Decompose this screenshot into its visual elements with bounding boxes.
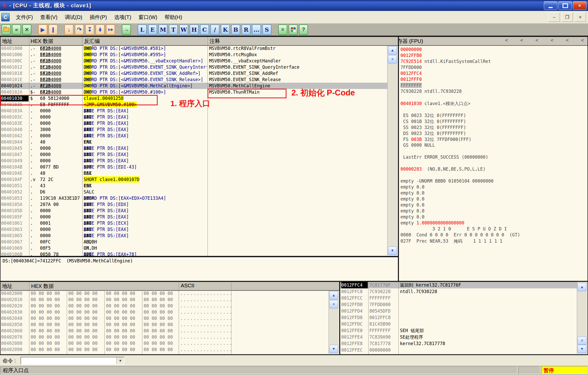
stack-row[interactable]: 0012FFD07FFDD000	[340, 301, 578, 308]
menu-item-查看[interactable]: 查看(V)	[37, 12, 61, 22]
register-line[interactable]	[400, 160, 587, 166]
dump-row[interactable]: 0040205000 00 00 0000 00 00 0000 00 00 0…	[1, 321, 329, 328]
close-process-button[interactable]: ✕	[22, 24, 31, 35]
pause-button[interactable]: ∥	[49, 24, 58, 35]
cpu-window-icon[interactable]: C	[1, 13, 10, 21]
disasm-row[interactable]: 00401012.-FF25 5C304000JMP DWORD PTR DS:…	[1, 64, 387, 70]
disasm-row[interactable]: 00401040.3000XOR BYTE PTR DS:[EAX],AL	[1, 126, 387, 133]
register-line[interactable]: 3 2 1 0 E S P U O Z D I	[400, 226, 587, 232]
register-line[interactable]: empty 0.0	[400, 190, 587, 196]
stack-row[interactable]: 0012FFEC00000000	[340, 347, 578, 353]
disasm-row[interactable]: 0040104E.48DEC EAX	[1, 170, 387, 176]
collapse-chevron-icon[interactable]: <	[520, 38, 523, 43]
collapse-chevron-icon[interactable]: <	[536, 38, 538, 43]
animate-over-button[interactable]: ↡	[96, 24, 105, 35]
windows-list-button[interactable]: ≡	[278, 24, 287, 35]
stack-row[interactable]: 0012FFE87C817778kernel32.7C817778	[340, 340, 578, 347]
view-source-button[interactable]: S	[262, 24, 271, 35]
register-line[interactable]: 7C930228 ntdll.7C930228	[400, 89, 587, 95]
maximize-button[interactable]	[558, 1, 572, 10]
register-line[interactable]: empty -UNORM BBB0 01050104 00000000	[400, 178, 587, 184]
menu-item-选项[interactable]: 选项(T)	[111, 12, 135, 22]
register-line[interactable]: empty 0.0	[400, 184, 587, 190]
registers-listing[interactable]: 000000000012FFB07C92E514 ntdll.KiFastSys…	[400, 47, 587, 281]
view-references-button[interactable]: R	[242, 24, 251, 35]
register-line[interactable]: empty 0.0	[400, 196, 587, 202]
disasm-row[interactable]: 00401061.0001ADD BYTE PTR DS:[ECX],AL	[1, 220, 387, 226]
view-threads-button[interactable]: T	[169, 24, 178, 35]
command-input[interactable]: ▼	[21, 357, 124, 365]
disasm-row[interactable]: 00401063.0000ADD BYTE PTR DS:[EAX],AL	[1, 226, 387, 232]
collapse-chevron-icon[interactable]: <	[566, 38, 569, 43]
dump-row[interactable]: 0040202000 00 00 0000 00 00 0000 00 00 0…	[1, 303, 329, 309]
register-line[interactable]: 00000000	[400, 47, 587, 53]
disasm-row[interactable]: 0040101E.-FF25 58304000JMP DWORD PTR DS:…	[1, 76, 387, 83]
disasm-row[interactable]: 0040105D.0000ADD BYTE PTR DS:[EAX],AL	[1, 208, 387, 214]
execute-till-return-button[interactable]: ↦	[106, 24, 115, 35]
collapse-chevron-icon[interactable]: <	[581, 38, 584, 43]
scroll-thumb[interactable]: ≡	[329, 300, 338, 308]
view-memory-button[interactable]: M	[158, 24, 168, 35]
register-line[interactable]	[400, 95, 587, 101]
step-over-button[interactable]: ↷	[75, 24, 84, 35]
disasm-row[interactable]: 0040104F.v72 2CJB SHORT clave1.0040107D	[1, 176, 387, 183]
scroll-thumb[interactable]: ≡	[578, 337, 586, 345]
help-button[interactable]: ?	[299, 24, 308, 35]
collapse-chevron-icon[interactable]: <	[551, 38, 553, 43]
close-button[interactable]: ×	[573, 1, 586, 10]
stack-row[interactable]: 0012FFD80012FFC8	[340, 314, 578, 321]
dump-row[interactable]: 0040203000 00 00 0000 00 00 0000 00 00 0…	[1, 309, 329, 315]
dump-row[interactable]: 0040201000 00 00 0000 00 00 0000 00 00 0…	[1, 296, 329, 303]
minimize-button[interactable]	[544, 1, 557, 10]
scroll-up-icon[interactable]: ▲	[329, 291, 338, 300]
disasm-row[interactable]: 00401018.-FF25 54304000JMP DWORD PTR DS:…	[1, 70, 387, 76]
menu-item-窗口[interactable]: 窗口(W)	[135, 12, 161, 22]
disasm-row[interactable]: 00401044.40INC EAX	[1, 139, 387, 145]
open-file-button[interactable]	[2, 24, 11, 35]
disasm-row[interactable]: 00401051.43INC EBX	[1, 183, 387, 189]
register-line[interactable]: empty 0.0	[400, 202, 587, 208]
register-line[interactable]: 7C92E514 ntdll.KiFastSystemCallRet	[400, 59, 587, 65]
menu-item-帮助[interactable]: 帮助(H)	[161, 12, 186, 22]
dump-row[interactable]: 0040207000 00 00 0000 00 00 0000 00 00 0…	[1, 334, 329, 340]
register-line[interactable]: SS 0023 32位 0(FFFFFFFF)	[400, 125, 587, 131]
view-windows-button[interactable]: W	[179, 24, 188, 35]
menu-item-插件[interactable]: 插件(P)	[86, 12, 111, 22]
stack-scrollbar[interactable]: ▲ ≡ ▼	[577, 282, 587, 354]
register-line[interactable]: 0012FFB0	[400, 53, 587, 59]
view-call-stack-button[interactable]: K	[221, 24, 230, 35]
dump-pane[interactable]: 地址 HEX 数据 ASCII 0040200000 00 00 0000 00…	[0, 281, 340, 355]
animate-into-button[interactable]: ↧	[85, 24, 94, 35]
stack-row[interactable]: 0012FFE0FFFFFFFFSEH 链尾部	[340, 327, 578, 334]
disasm-row[interactable]: 0040103C.0000ADD BYTE PTR DS:[EAX],AL	[1, 114, 387, 120]
disasm-row[interactable]: 00401042.0000ADD BYTE PTR DS:[EAX],AL	[1, 133, 387, 139]
register-line[interactable]: 0000 Cond 0 0 0 0 Err 0 0 0 0 0 0 0 0 (G…	[400, 232, 587, 238]
register-line[interactable]: DS 0023 32位 0(FFFFFFFF)	[400, 131, 587, 137]
disasm-row[interactable]: 00401053.119C10 A433E1D7ADC DWORD PTR DS…	[1, 195, 387, 201]
disasm-row[interactable]: 00401045.0000ADD BYTE PTR DS:[EAX],AL	[1, 145, 387, 151]
appearance-button[interactable]	[289, 24, 298, 35]
register-line[interactable]	[400, 148, 587, 154]
run-button[interactable]: ▶	[38, 24, 47, 35]
disassembly-scrollbar[interactable]: ▲ ≡ ▼	[387, 46, 397, 255]
register-line[interactable]: 00000283 (NO,B,NE,BE,S,PO,L,LE)	[400, 166, 587, 172]
scroll-up-icon[interactable]: ▲	[578, 283, 586, 291]
register-line[interactable]	[400, 107, 587, 113]
disasm-row[interactable]: 0040106B.0050 78ADD BYTE PTR DS:[EAX+78]…	[1, 251, 387, 256]
register-line[interactable]: 0012FFC4	[400, 71, 587, 77]
register-line[interactable]: FS 003B 32位 7FFDF000(FFF)	[400, 137, 587, 143]
view-patches-button[interactable]: /	[210, 24, 219, 35]
menu-item-调试[interactable]: 调试(D)	[61, 12, 86, 22]
disasm-row[interactable]: 00401065.0000ADD BYTE PTR DS:[EAX],AL	[1, 232, 387, 239]
stack-row[interactable]: 0012FFC47C81776F返回到 kernel32.7C81776F	[340, 282, 578, 288]
disasm-row[interactable]: 00401049.0000ADD BYTE PTR DS:[EAX],AL	[1, 158, 387, 164]
scroll-down-icon[interactable]: ▼	[329, 345, 338, 353]
register-line[interactable]: FFFFFFFF	[400, 83, 587, 89]
stack-row[interactable]: 0012FFC87C930228ntdll.7C930228	[340, 288, 578, 295]
disasm-row[interactable]: 0040105A.207A 00AND BYTE PTR DS:[EDX],BH	[1, 201, 387, 208]
stack-row[interactable]: 0012FFDC81C45B90	[340, 321, 578, 327]
disasm-row[interactable]: 00401069.08F5OR CH,DH	[1, 245, 387, 251]
collapse-chevron-icon[interactable]: <	[505, 38, 508, 43]
disasm-row[interactable]: 00401006.-FF25 50304000JMP DWORD PTR DS:…	[1, 51, 387, 58]
disasm-row[interactable]: 00401067.00FCADD AH,BH	[1, 239, 387, 245]
